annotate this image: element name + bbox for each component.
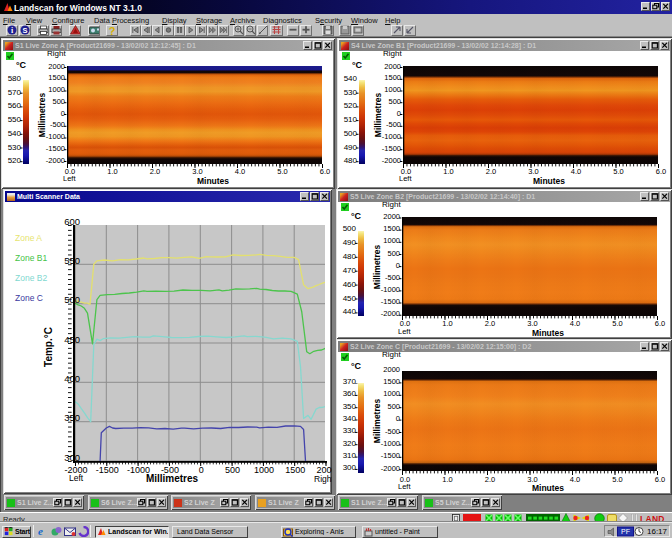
svg-text:?: ?	[109, 25, 116, 36]
svg-text:S: S	[22, 26, 27, 35]
svg-text:PF: PF	[621, 528, 630, 535]
